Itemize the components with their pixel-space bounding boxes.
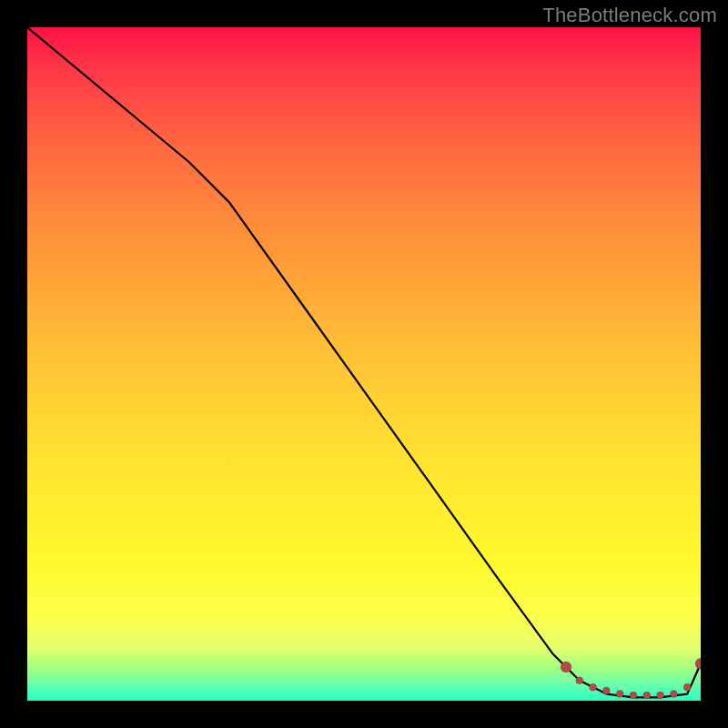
chart-overlay-svg	[27, 27, 701, 701]
curve-dot	[576, 677, 583, 684]
curve-dot	[643, 692, 651, 699]
curve-dot	[683, 683, 691, 691]
curve-dot	[630, 692, 637, 699]
bottleneck-curve	[27, 27, 701, 697]
curve-dot	[602, 687, 610, 694]
dotted-segment	[561, 658, 701, 699]
curve-dot	[695, 658, 701, 669]
curve-dot	[616, 691, 623, 698]
curve-dot	[670, 691, 677, 698]
watermark-text: TheBottleneck.com	[542, 4, 717, 27]
chart-frame: TheBottleneck.com	[0, 0, 728, 728]
curve-dot	[590, 683, 597, 691]
curve-dot	[561, 662, 571, 672]
curve-dot	[657, 692, 664, 699]
